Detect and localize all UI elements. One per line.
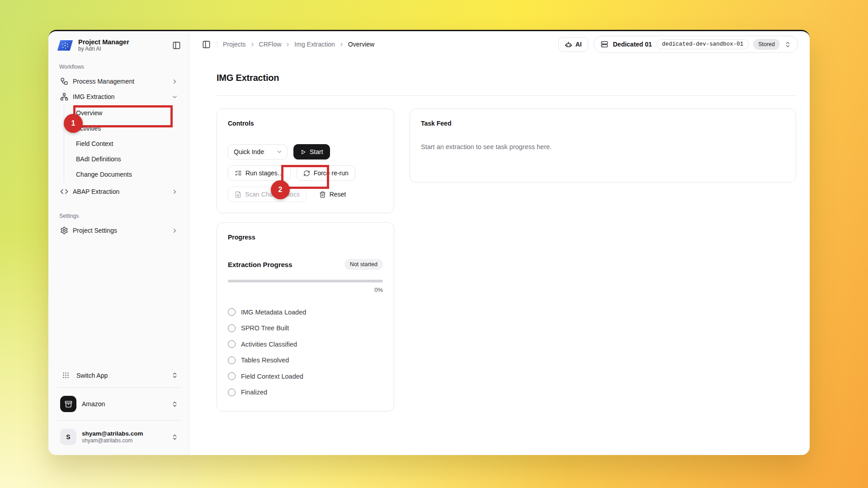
step-label: Activities Classified <box>241 341 297 348</box>
progress-label-row: Extraction Progress Not started <box>228 259 383 270</box>
sidebar-item-img-extraction[interactable]: IMG Extraction <box>57 89 182 104</box>
app-grid-icon <box>60 371 71 379</box>
list-checks-icon <box>235 169 242 177</box>
progress-step: Activities Classified <box>228 336 383 352</box>
organization-icon <box>60 396 76 412</box>
step-circle-icon <box>228 324 236 332</box>
task-feed-title: Task Feed <box>421 120 785 127</box>
title-divider <box>217 95 796 96</box>
chevrons-up-down-icon <box>784 41 791 48</box>
user-email: shyam@atrilabs.com <box>82 437 166 444</box>
sidebar-item-badi-definitions[interactable]: BAdI Definitions <box>73 151 182 167</box>
desktop-background: Project Manager by Adri AI Workflows Pro… <box>0 0 868 488</box>
progress-step: Field Context Loaded <box>228 368 383 385</box>
chevron-right-icon <box>171 78 178 85</box>
sidebar-item-abap-extraction[interactable]: ABAP Extraction <box>57 184 182 199</box>
task-feed-spacer <box>421 150 785 171</box>
mode-select-value: Quick Index <box>234 148 264 155</box>
controls-buttons: Quick Index <box>228 144 383 202</box>
progress-step: Finalized <box>228 385 383 401</box>
mode-select[interactable]: Quick Index <box>228 144 288 160</box>
chevron-right-icon <box>250 42 255 47</box>
sidebar-item-label: IMG Extraction <box>73 93 167 100</box>
organization-selector[interactable]: Amazon <box>57 393 182 415</box>
switch-app-selector[interactable]: Switch App <box>57 369 182 382</box>
workflows-section-label: Workflows <box>57 64 182 70</box>
step-label: SPRO Tree Built <box>241 324 289 332</box>
chevrons-up-down-icon <box>171 372 178 379</box>
breadcrumb-projects[interactable]: Projects <box>223 41 246 48</box>
sidebar-item-label: Activities <box>76 125 101 132</box>
page-content: IMG Extraction Controls Quick Index <box>189 57 810 455</box>
step-circle-icon <box>228 308 236 316</box>
avatar: S <box>60 429 76 445</box>
network-icon <box>60 93 68 101</box>
app-window: Project Manager by Adri AI Workflows Pro… <box>48 30 810 455</box>
panel-toggle-icon[interactable] <box>201 39 212 50</box>
code-icon <box>60 188 68 196</box>
ai-button-label: AI <box>576 41 582 48</box>
start-button[interactable]: Start <box>293 144 330 160</box>
progress-step: Tables Resolved <box>228 352 383 369</box>
progress-step: SPRO Tree Built <box>228 320 383 337</box>
left-column: Controls Quick Index <box>217 108 394 412</box>
topbar-divider <box>217 41 217 48</box>
progress-percent: 0% <box>228 286 383 293</box>
user-name: shyam@atrilabs.com <box>82 430 166 437</box>
step-label: Field Context Loaded <box>241 373 303 380</box>
sidebar-divider <box>57 420 181 421</box>
reset-label: Reset <box>330 191 346 198</box>
breadcrumb-img-extraction[interactable]: Img Extraction <box>294 41 335 48</box>
reset-button[interactable]: Reset <box>312 187 353 202</box>
sidebar-item-field-context[interactable]: Field Context <box>73 136 182 151</box>
chevron-right-icon <box>171 188 178 195</box>
scan-change-docs-button[interactable]: Scan Change Docs <box>228 187 307 202</box>
status-badge: Stored <box>753 39 780 50</box>
chevrons-up-down-icon <box>171 401 178 408</box>
environment-code-chip: dedicated-dev-sandbox-01 <box>656 39 749 49</box>
run-stages-button[interactable]: Run stages… <box>228 165 291 181</box>
organization-name: Amazon <box>82 400 166 408</box>
task-feed-empty-message: Start an extraction to see task progress… <box>421 143 785 150</box>
scan-change-docs-label: Scan Change Docs <box>245 191 300 198</box>
controls-row-1: Quick Index <box>228 144 383 160</box>
main-area: Projects CRFlow Img Extraction Overview … <box>189 31 810 455</box>
controls-card: Controls Quick Index <box>217 108 394 213</box>
sidebar-item-change-documents[interactable]: Change Documents <box>73 167 182 182</box>
sidebar-item-label: Process Management <box>73 78 167 85</box>
environment-selector[interactable]: Dedicated 01 dedicated-dev-sandbox-01 St… <box>594 36 798 53</box>
sidebar-item-project-settings[interactable]: Project Settings <box>57 223 182 238</box>
app-title-block: Project Manager by Adri AI <box>78 38 167 52</box>
breadcrumb-overview: Overview <box>348 41 374 48</box>
play-icon <box>300 149 306 155</box>
gear-icon <box>60 226 68 235</box>
step-label: IMG Metadata Loaded <box>241 309 306 316</box>
ai-assistant-button[interactable]: AI <box>558 37 588 52</box>
sidebar-item-label: Project Settings <box>73 227 167 234</box>
sidebar-item-process-management[interactable]: Process Management <box>57 74 182 89</box>
progress-status-badge: Not started <box>344 259 383 270</box>
extraction-progress-label: Extraction Progress <box>228 261 292 268</box>
sidebar-item-overview[interactable]: Overview <box>73 105 182 121</box>
topbar: Projects CRFlow Img Extraction Overview … <box>189 31 810 57</box>
progress-step: IMG Metadata Loaded <box>228 304 383 320</box>
run-stages-label: Run stages… <box>245 169 284 177</box>
app-title: Project Manager <box>78 38 167 46</box>
progress-card: Progress Extraction Progress Not started… <box>217 222 394 412</box>
app-byline: by Adri AI <box>78 46 167 52</box>
file-scan-icon <box>235 191 241 198</box>
task-feed-card: Task Feed Start an extraction to see tas… <box>410 108 796 183</box>
sidebar-item-activities[interactable]: Activities <box>73 121 182 136</box>
user-menu[interactable]: S shyam@atrilabs.com shyam@atrilabs.com <box>57 426 182 448</box>
breadcrumb-crflow[interactable]: CRFlow <box>259 41 282 48</box>
workflow-icon <box>60 77 68 85</box>
step-circle-icon <box>228 389 236 396</box>
force-rerun-button[interactable]: Force re-run <box>297 165 355 181</box>
img-extraction-sublist: Overview Activities Field Context BAdI D… <box>64 105 182 182</box>
sidebar: Project Manager by Adri AI Workflows Pro… <box>48 31 189 455</box>
sidebar-collapse-icon[interactable] <box>171 40 182 51</box>
controls-title: Controls <box>228 120 383 127</box>
progress-title: Progress <box>228 234 383 241</box>
user-info: shyam@atrilabs.com shyam@atrilabs.com <box>82 430 166 444</box>
cards-row: Controls Quick Index <box>217 108 796 412</box>
